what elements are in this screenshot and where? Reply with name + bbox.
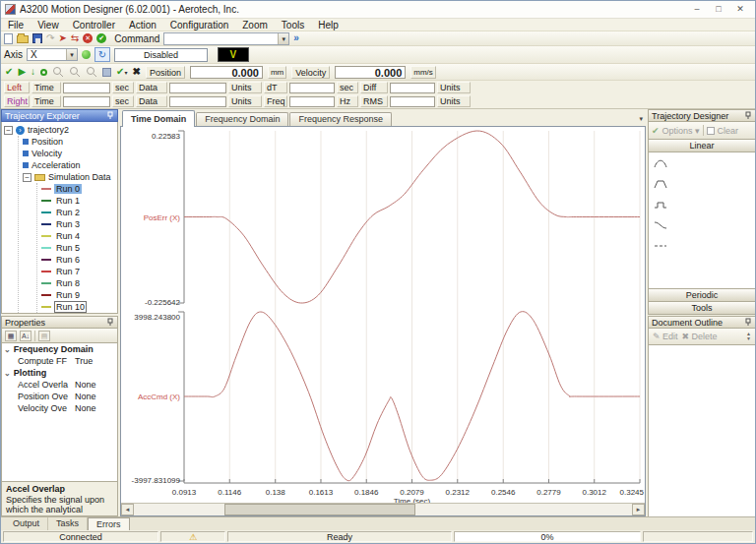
document-outline-header[interactable]: Document Outline (648, 316, 756, 329)
diff-input[interactable] (390, 83, 435, 93)
property-value[interactable]: True (75, 356, 117, 366)
left-time-input[interactable] (63, 83, 110, 93)
property-row[interactable]: Compute FFTrue (2, 355, 117, 367)
scroll-thumb[interactable] (224, 504, 415, 515)
new-file-icon[interactable] (4, 33, 13, 44)
tree-node-run-0[interactable]: Run 0 (41, 183, 117, 195)
step-curve-icon[interactable] (651, 197, 670, 212)
reset-controller-icon[interactable]: ⇆ (71, 32, 79, 44)
tree-node-run-8[interactable]: Run 8 (41, 277, 117, 289)
scroll-left-icon[interactable]: ◄ (121, 504, 134, 515)
stop-icon[interactable]: ✕ (83, 33, 93, 43)
close-button[interactable]: ✕ (729, 3, 751, 17)
scroll-right-icon[interactable]: ► (632, 504, 645, 515)
left-data-input[interactable] (169, 83, 226, 93)
properties-header[interactable]: Properties (1, 316, 118, 329)
axis-select[interactable]: X ▾ (27, 48, 78, 61)
collapse-icon[interactable]: ⌄ (4, 369, 11, 378)
chart-surface[interactable]: 0.09130.11460.1380.16130.18460.20790.231… (120, 126, 646, 516)
apply-check-icon[interactable]: ✔ (5, 66, 13, 78)
tree-expander-icon[interactable]: − (4, 126, 13, 135)
copy-plot-icon[interactable] (102, 68, 111, 77)
clear-button[interactable]: Clear (718, 126, 739, 136)
bell-curve-icon[interactable] (651, 155, 670, 170)
command-dropdown-icon[interactable]: ▾ (278, 33, 288, 44)
zoom-fit-icon[interactable] (86, 66, 97, 78)
tab-errors[interactable]: Errors (88, 517, 130, 530)
dt-input[interactable] (289, 83, 335, 93)
tab-frequency-response[interactable]: Frequency Response (289, 112, 392, 126)
tree-node-root[interactable]: −›trajectory2 (4, 124, 117, 136)
tree-node-run-1[interactable]: Run 1 (41, 195, 117, 207)
record-icon[interactable] (40, 69, 47, 76)
apply-trajectory-icon[interactable]: ✔ (652, 126, 660, 136)
tab-output[interactable]: Output (5, 517, 48, 530)
freq-input[interactable] (289, 96, 335, 107)
maximize-button[interactable]: □ (708, 3, 729, 17)
download-program-icon[interactable]: ➤ (58, 32, 66, 44)
execute-command-icon[interactable]: » (293, 32, 299, 44)
dashed-line-icon[interactable] (651, 238, 670, 253)
menu-item-configuration[interactable]: Configuration (163, 19, 235, 31)
run-simulation-icon[interactable]: ▶ (18, 66, 26, 78)
tab-overflow-icon[interactable]: ▾ (639, 115, 643, 123)
clear-checkbox[interactable] (707, 127, 715, 135)
property-category[interactable]: ⌄Frequency Domain (2, 343, 117, 355)
tree-node-run-2[interactable]: Run 2 (41, 207, 117, 218)
open-file-icon[interactable] (17, 35, 29, 43)
property-category[interactable]: ⌄Plotting (2, 367, 117, 379)
tab-frequency-domain[interactable]: Frequency Domain (196, 112, 288, 126)
right-time-input[interactable] (63, 96, 110, 107)
marker-check-icon[interactable]: ✔▾ (116, 66, 127, 79)
collapse-icon[interactable]: ⌄ (4, 345, 11, 354)
tree-node-velocity[interactable]: Velocity (23, 148, 117, 159)
menu-item-file[interactable]: File (1, 19, 31, 31)
menu-item-help[interactable]: Help (311, 19, 346, 31)
tree-node-position[interactable]: Position (23, 136, 117, 148)
zoom-in-icon[interactable] (52, 66, 64, 78)
outline-spinner[interactable]: ▲▼ (746, 332, 751, 341)
trajectory-designer-header[interactable]: Trajectory Designer (648, 109, 756, 122)
tree-node-run-7[interactable]: Run 7 (41, 266, 117, 277)
zoom-out-icon[interactable] (69, 66, 81, 78)
property-value[interactable]: None (75, 403, 117, 413)
edit-button[interactable]: ✎ Edit (653, 332, 678, 341)
tree-node-run-6[interactable]: Run 6 (41, 254, 117, 266)
tree-expander-icon[interactable]: − (23, 173, 32, 182)
tree-node-simulation-data[interactable]: −Simulation Data (23, 171, 117, 183)
rms-input[interactable] (390, 96, 435, 107)
pin-icon[interactable] (745, 318, 752, 327)
delete-button[interactable]: ✖ Delete (682, 332, 718, 341)
command-input[interactable]: ▾ (163, 32, 289, 45)
property-row[interactable]: Position OveNone (2, 391, 117, 402)
property-value[interactable]: None (75, 392, 117, 401)
section-periodic[interactable]: Periodic (648, 289, 756, 302)
tree-node-run-4[interactable]: Run 4 (41, 230, 117, 242)
download-icon[interactable]: ↓ (31, 66, 35, 78)
menu-item-tools[interactable]: Tools (275, 19, 311, 31)
undo-icon[interactable]: ↷ (46, 32, 54, 44)
tab-tasks[interactable]: Tasks (48, 517, 88, 530)
enable-icon[interactable]: ✔ (96, 33, 106, 43)
pin-icon[interactable] (745, 111, 752, 120)
time-domain-chart[interactable]: 0.09130.11460.1380.16130.18460.20790.231… (121, 127, 645, 505)
section-linear[interactable]: Linear (648, 140, 756, 152)
property-row[interactable]: Accel OverlaNone (2, 379, 117, 391)
clear-markers-icon[interactable]: ✖ (133, 66, 141, 78)
options-button[interactable]: Options ▾ (662, 126, 700, 136)
scroll-track[interactable] (134, 504, 632, 515)
property-row[interactable]: Velocity OveNone (2, 402, 117, 414)
tree-node-run-3[interactable]: Run 3 (41, 218, 117, 230)
right-data-input[interactable] (169, 96, 226, 107)
minimize-button[interactable]: – (686, 3, 708, 17)
chart-hscrollbar[interactable]: ◄ ► (121, 503, 645, 515)
pin-icon[interactable] (107, 111, 114, 120)
property-value[interactable]: None (75, 380, 117, 390)
trapezoid-curve-icon[interactable] (651, 176, 670, 191)
axis-dropdown-icon[interactable]: ▾ (66, 49, 77, 60)
s-curve-icon[interactable] (651, 217, 670, 232)
trajectory-explorer-header[interactable]: Trajectory Explorer (1, 109, 118, 122)
alphabetical-sort-icon[interactable]: A↓ (20, 331, 32, 341)
menu-item-action[interactable]: Action (122, 19, 163, 31)
save-icon[interactable] (32, 33, 42, 43)
